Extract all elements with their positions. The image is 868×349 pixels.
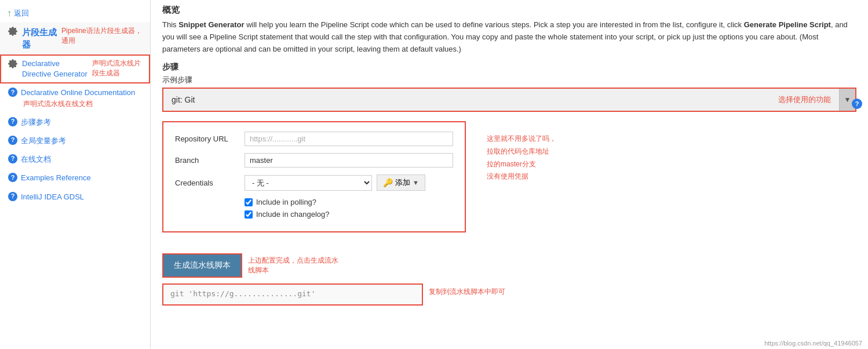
add-button-label: 添加 <box>395 177 410 188</box>
gear-icon-declarative <box>8 59 19 70</box>
main-content: 概览 This Snippet Generator will help you … <box>151 0 868 349</box>
help-icon-container: ? <box>852 99 862 109</box>
include-polling-checkbox[interactable] <box>245 198 253 206</box>
sidebar-item-declarative-directive[interactable]: Declarative Directive Generator 声明式流水线片段… <box>0 54 150 83</box>
branch-label: Branch <box>175 156 245 165</box>
declarative-directive-label: Declarative Directive Generator <box>22 59 90 79</box>
credentials-row: Credentials - 无 - 🔑 添加 ▼ <box>175 174 453 191</box>
branch-row: Branch <box>175 153 453 168</box>
key-icon: 🔑 <box>383 178 393 187</box>
output-hint: 复制到流水线脚本中即可 <box>429 287 505 297</box>
question-icon-steps: ? <box>8 117 17 126</box>
generate-button[interactable]: 生成流水线脚本 <box>162 253 242 278</box>
steps-example-label: 示例步骤 <box>162 75 856 85</box>
declarative-directive-desc: 声明式流水线片段生成器 <box>92 59 142 78</box>
sidebar-item-intellij[interactable]: ? IntelliJ IDEA GDSL <box>0 188 150 206</box>
generate-section: 生成流水线脚本 上边配置完成，点击生成流水线脚本 <box>162 253 856 278</box>
generate-button-label: 生成流水线脚本 <box>174 260 231 270</box>
global-vars-label: 全局变量参考 <box>21 136 66 146</box>
question-icon-examples: ? <box>8 173 17 182</box>
step-selector-inner: git: Git 选择使用的功能 <box>163 89 839 111</box>
sidebar-item-online-docs[interactable]: ? 在线文档 <box>0 150 150 169</box>
snippet-generator-bold: Snippet Generator <box>178 20 244 29</box>
generate-pipeline-bold: Generate Pipeline Script <box>744 20 831 29</box>
branch-input[interactable] <box>245 153 453 168</box>
repo-url-input[interactable] <box>245 132 453 146</box>
online-doc-label: Declarative Online Documentation 声明式流水线在… <box>21 88 142 108</box>
include-polling-label: Include in polling? <box>256 198 316 206</box>
add-btn-dropdown-arrow: ▼ <box>413 179 419 186</box>
overview-title: 概览 <box>162 5 856 16</box>
repo-url-row: Repository URL <box>175 132 453 146</box>
include-changelog-label: Include in changelog? <box>256 210 330 219</box>
credentials-select[interactable]: - 无 - <box>245 175 372 191</box>
back-label: 返回 <box>14 8 29 19</box>
snippet-generator-label: 片段生成器 <box>22 26 59 50</box>
config-box: Repository URL Branch Credentials - 无 <box>162 121 466 232</box>
sidebar-item-examples[interactable]: ? Examples Reference <box>0 169 150 187</box>
annotation-4: 没有使用凭据 <box>487 170 556 183</box>
sidebar-item-snippet-generator[interactable]: 片段生成器 Pipeline语法片段生成器，通用 <box>0 22 150 54</box>
snippet-generator-desc: Pipeline语法片段生成器，通用 <box>61 26 142 46</box>
overview-text-mid1: will help you learn the Pipeline Script … <box>245 20 744 29</box>
watermark: https://blog.csdn.net/qq_41946057 <box>764 340 862 347</box>
question-icon-intellij: ? <box>8 192 17 201</box>
overview-text-before: This <box>162 20 178 29</box>
output-box: git 'https://g..............git' <box>162 283 423 306</box>
annotation-2: 拉取的代码仓库地址 <box>487 146 556 158</box>
checkboxes-section: Include in polling? Include in changelog… <box>175 198 453 219</box>
output-section: git 'https://g..............git' 复制到流水线脚… <box>162 283 856 306</box>
repo-url-label: Repository URL <box>175 134 245 143</box>
overview-text: This Snippet Generator will help you lea… <box>162 19 856 55</box>
step-selector-value: git: Git <box>172 95 761 104</box>
question-icon-global: ? <box>8 136 17 145</box>
intellij-label: IntelliJ IDEA GDSL <box>21 192 84 202</box>
credentials-controls: - 无 - 🔑 添加 ▼ <box>245 174 425 191</box>
back-arrow-icon: ↑ <box>7 8 12 19</box>
steps-reference-label: 步骤参考 <box>21 117 51 128</box>
question-icon-online-doc: ? <box>8 88 17 97</box>
right-annotations: 这里就不用多说了吗， 拉取的代码仓库地址 拉的master分支 没有使用凭据 <box>487 133 556 183</box>
step-selector[interactable]: git: Git 选择使用的功能 ▼ <box>162 88 856 112</box>
output-value: git 'https://g..............git' <box>170 289 315 298</box>
sidebar-item-global-variables[interactable]: ? 全局变量参考 <box>0 132 150 150</box>
steps-section: 步骤 示例步骤 git: Git 选择使用的功能 ▼ Repository UR… <box>162 62 856 306</box>
step-selector-hint: 选择使用的功能 <box>778 94 831 105</box>
credentials-label: Credentials <box>175 179 245 187</box>
add-credentials-button[interactable]: 🔑 添加 ▼ <box>377 174 425 191</box>
annotation-3: 拉的master分支 <box>487 158 556 171</box>
sidebar: ↑ 返回 片段生成器 Pipeline语法片段生成器，通用 Declar <box>0 0 151 349</box>
generate-hint: 上边配置完成，点击生成流水线脚本 <box>248 256 341 275</box>
include-polling-row: Include in polling? <box>245 198 453 206</box>
sidebar-item-declarative-online-doc[interactable]: ? Declarative Online Documentation 声明式流水… <box>0 83 150 112</box>
sidebar-item-steps-reference[interactable]: ? 步骤参考 <box>0 113 150 132</box>
gear-icon-snippet <box>8 27 19 37</box>
overview-section: 概览 This Snippet Generator will help you … <box>162 5 856 55</box>
question-icon-docs: ? <box>8 154 17 163</box>
online-docs-label: 在线文档 <box>21 154 51 165</box>
back-button[interactable]: ↑ 返回 <box>0 5 150 22</box>
help-icon[interactable]: ? <box>852 99 862 109</box>
include-changelog-checkbox[interactable] <box>245 210 253 219</box>
annotation-1: 这里就不用多说了吗， <box>487 133 556 146</box>
steps-title: 步骤 <box>162 62 856 72</box>
include-changelog-row: Include in changelog? <box>245 210 453 219</box>
examples-label: Examples Reference <box>21 173 91 183</box>
